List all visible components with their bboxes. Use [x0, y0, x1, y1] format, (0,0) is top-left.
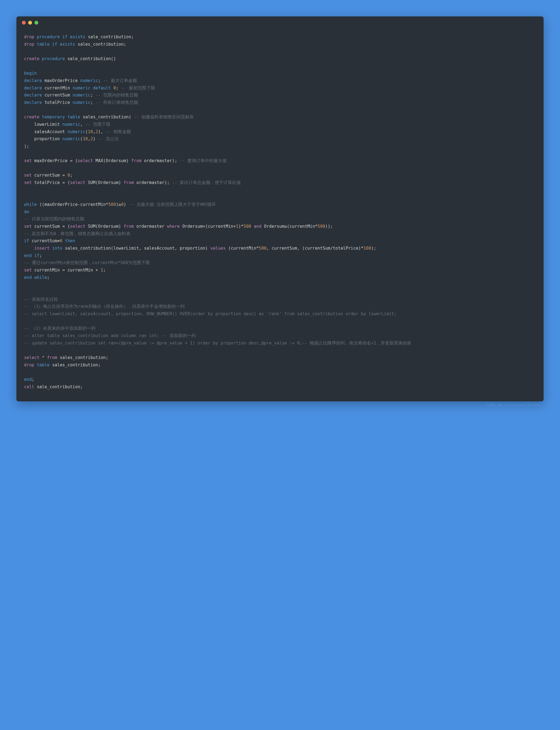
kw-numeric: numeric: [62, 122, 80, 127]
kw-set: set: [24, 224, 32, 229]
kw-from: from: [131, 158, 141, 163]
kw-from: from: [124, 224, 134, 229]
comment: -- 添加排名过程: [24, 297, 58, 302]
kw-while: while: [24, 202, 37, 207]
kw-table: table: [37, 363, 50, 367]
number: 2: [95, 129, 98, 134]
kw-into: into: [52, 246, 62, 251]
punct: (: [85, 129, 88, 134]
kw-end: end: [24, 253, 32, 258]
punct: ),: [98, 129, 103, 134]
kw-declare: declare: [24, 100, 42, 105]
ident: sales_contribution(: [83, 115, 131, 119]
punct: );: [24, 144, 29, 149]
number: 0: [60, 238, 62, 243]
kw-if: if: [24, 238, 29, 243]
kw-from: from: [124, 180, 134, 185]
number: 500: [108, 202, 116, 207]
ident: SUM(Ordersum): [88, 224, 121, 229]
number: 0: [68, 173, 70, 178]
comment: -- 通过currentMin来控制范围，currentMin*500为范围下限: [24, 260, 150, 265]
kw-create: create: [24, 56, 39, 61]
comment: -- 范围下限: [85, 122, 110, 127]
watermark: CSDN @DifferentWorldforMe: [16, 401, 544, 407]
punct: ): [93, 136, 95, 141]
number: 500: [317, 224, 325, 229]
punct: ;: [91, 93, 93, 98]
kw-numeric: numeric: [68, 129, 85, 134]
ident: ));: [325, 224, 333, 229]
ident: salesAccount: [34, 129, 65, 134]
punct: ;: [32, 377, 34, 382]
comment: -- 最大订单金额: [103, 78, 137, 83]
star: *: [42, 355, 44, 360]
kw-set: set: [24, 158, 32, 163]
comment: -- 所有订单销售总额: [95, 100, 138, 105]
ident: sale_contribution;: [88, 34, 134, 39]
kw-table: table: [37, 42, 50, 47]
ident: sale_contribution;: [37, 384, 83, 389]
number: 1: [236, 224, 238, 229]
ident: currentSum = (: [34, 224, 70, 229]
kw-exists: exists: [60, 42, 75, 47]
ident: Ordersum<(currentMin+: [182, 224, 236, 229]
ident: sales_contribution;: [60, 355, 108, 360]
comment: -- alter table sales_contribution add co…: [24, 333, 196, 338]
ident: sale_contribution(): [68, 56, 116, 61]
ident: lowerLimit: [34, 122, 60, 127]
number: 100: [363, 246, 371, 251]
kw-begin: begin: [24, 71, 37, 76]
kw-if: if: [62, 34, 68, 39]
ident: ((maxOrderPrice-currentMin*: [39, 202, 108, 207]
kw-select: select: [70, 180, 85, 185]
kw-end: end: [24, 275, 32, 280]
punct: ;: [103, 268, 106, 273]
ident: );: [371, 246, 376, 251]
ident: sales_contribution;: [78, 42, 126, 47]
punct: ;: [91, 100, 93, 105]
ident: totalPrice: [45, 100, 70, 105]
punct: ,: [80, 122, 83, 127]
comment: -- 总占比: [98, 136, 119, 141]
comment: -- 当最大值-当前范围上限大于等于0时循环: [129, 202, 216, 207]
ident: ordermaster);: [136, 180, 170, 185]
kw-create: create: [24, 115, 39, 119]
punct: (: [80, 136, 83, 141]
window-titlebar: [16, 16, 544, 27]
kw-numeric: numeric: [72, 86, 90, 90]
ident: currentSum =: [34, 173, 65, 178]
ident: (currentMin*: [228, 246, 259, 251]
ident: ordermaster);: [144, 158, 177, 163]
kw-procedure: procedure: [42, 56, 65, 61]
kw-while: while: [34, 275, 47, 280]
kw-procedure: procedure: [37, 34, 60, 39]
kw-drop: drop: [24, 363, 34, 367]
kw-select: select: [70, 224, 85, 229]
number: 0: [121, 202, 124, 207]
comment: -- （2）在原来的表中添加新的一列: [24, 326, 95, 331]
number: 10: [83, 136, 88, 141]
ident: maxOrderPrice = (: [34, 158, 78, 163]
kw-if: if: [52, 42, 57, 47]
comment: -- 查询订单中的最大值: [180, 158, 227, 163]
ident: proportion: [34, 136, 60, 141]
minimize-icon[interactable]: [28, 21, 32, 25]
punct: ;: [116, 86, 118, 90]
punct: ,: [88, 136, 90, 141]
number: 1: [101, 268, 103, 273]
kw-then: then: [65, 238, 75, 243]
maximize-icon[interactable]: [34, 21, 38, 25]
kw-from: from: [47, 355, 57, 360]
punct: ;: [70, 173, 72, 178]
comment: -- （1）将占比排序后作为rank列输出（排名操作），但原表中不会增加新的一列: [24, 304, 185, 309]
kw-numeric: numeric: [80, 78, 98, 83]
close-icon[interactable]: [22, 21, 26, 25]
kw-numeric: numeric: [62, 136, 80, 141]
number: 10: [88, 129, 93, 134]
punct: ;: [39, 253, 42, 258]
kw-drop: drop: [24, 42, 34, 47]
comment: -- 范围内的销售总额: [95, 93, 138, 98]
kw-set: set: [24, 268, 32, 273]
comment: -- 最初范围下限: [121, 86, 155, 90]
ident: currentMin = currentMin +: [34, 268, 98, 273]
